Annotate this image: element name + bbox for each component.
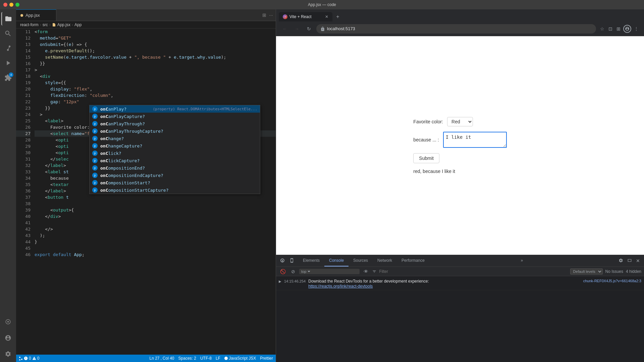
devtools-tab-sources-label: Sources — [353, 258, 368, 263]
autocomplete-item-onCanPlayCapture[interactable]: p onCanPlayCapture? — [90, 113, 260, 120]
lock-icon — [320, 26, 325, 31]
browser-tab-vite-react[interactable]: ⚛ Vite + React ✕ — [279, 12, 332, 21]
maximize-button[interactable] — [15, 3, 19, 7]
autocomplete-item-onCompositionEndCapture[interactable]: p onCompositionEndCapture? — [90, 172, 260, 179]
activity-icon-files[interactable] — [1, 12, 15, 25]
code-line-40: </div> — [35, 213, 276, 220]
devtools-tab-performance[interactable]: Performance — [397, 255, 429, 266]
code-line-14: e.preventDefault(); — [35, 48, 276, 54]
activity-icon-remote[interactable] — [1, 315, 15, 328]
devtools-tab-console[interactable]: Console — [324, 255, 348, 266]
autocomplete-item-onClick[interactable]: p onClick? — [90, 149, 260, 157]
devtools-device-mode-button[interactable] — [288, 257, 296, 265]
devtools-tab-network[interactable]: Network — [373, 255, 397, 266]
activity-icon-account[interactable] — [1, 331, 15, 345]
breadcrumb-src[interactable]: src — [43, 22, 48, 27]
devtools-tab-console-label: Console — [329, 258, 344, 263]
activity-icon-extensions[interactable]: 4 — [1, 71, 15, 84]
code-line-20: display: "flex", — [35, 86, 276, 92]
code-line-37: <button t — [35, 194, 276, 200]
code-line-46: export default App; — [35, 251, 276, 258]
devtools-inspect-button[interactable] — [279, 257, 286, 265]
url-bar[interactable]: localhost:5173 — [316, 24, 596, 34]
browser-tab-close[interactable]: ✕ — [325, 14, 328, 19]
autocomplete-property-icon: p — [92, 158, 98, 163]
cast-button[interactable]: ⊡ — [607, 25, 614, 33]
log-levels-select[interactable]: Default levels — [570, 268, 603, 275]
autocomplete-item-onCanPlayThrough[interactable]: p onCanPlayThrough? — [90, 120, 260, 127]
autocomplete-item-onCompositionEnd[interactable]: p onCompositionEnd? — [90, 164, 260, 172]
bookmark-button[interactable]: ☆ — [599, 25, 606, 33]
devtools-tab-sources[interactable]: Sources — [348, 255, 373, 266]
devtools-close-button[interactable]: ✕ — [635, 257, 641, 265]
devtools-tab-elements[interactable]: Elements — [298, 255, 324, 266]
activity-icon-run[interactable] — [1, 56, 15, 70]
traffic-lights — [3, 3, 19, 7]
status-git-branch[interactable]: 0 0 — [19, 356, 39, 361]
split-editor-button[interactable]: ⊞ — [262, 12, 266, 18]
console-filter-toggle[interactable]: ⊘ — [290, 267, 297, 276]
autocomplete-item-onCompositionStart[interactable]: p onCompositionStart? — [90, 179, 260, 186]
more-actions-button[interactable]: ··· — [269, 12, 273, 18]
console-filter-input[interactable] — [379, 269, 567, 274]
form-textarea-why[interactable]: I like it — [443, 132, 507, 148]
autocomplete-item-onCanPlay[interactable]: p onCanPlay? (property) React.DOMAttribu… — [90, 105, 260, 113]
breadcrumb-app[interactable]: App — [74, 22, 82, 27]
devtools-dock-button[interactable] — [626, 257, 633, 265]
console-message-link[interactable]: https://reactjs.org/link/react-devtools — [308, 284, 373, 289]
code-line-22: gap: "12px" — [35, 99, 276, 105]
editor-tab-bar: App.jsx ⊞ ··· — [16, 9, 276, 21]
minimize-button[interactable] — [9, 3, 13, 7]
form-row-because: because ... : I like it — [413, 132, 506, 148]
status-position[interactable]: Ln 27, Col 40 — [149, 356, 174, 361]
title-bar: App.jsx — code — [0, 0, 644, 9]
autocomplete-item-onChange[interactable]: p onChange? — [90, 135, 260, 142]
devtools-console-content: ▶ 14:15:46.254 Download the React DevToo… — [276, 276, 644, 362]
reload-button[interactable]: ↻ — [304, 24, 314, 34]
autocomplete-name: onCompositionEndCapture? — [100, 173, 163, 178]
autocomplete-item-onCanPlayThroughCapture[interactable]: p onCanPlayThroughCapture? — [90, 127, 260, 135]
autocomplete-item-onChangeCapture[interactable]: p onChangeCapture? — [90, 142, 260, 149]
activity-icon-source-control[interactable] — [1, 42, 15, 55]
devtools-console-toolbar: 🚫 ⊘ top 👁 Default levels — [276, 267, 644, 276]
forward-button[interactable]: → — [292, 24, 302, 34]
form-select-color[interactable]: Red Blue Green — [447, 117, 473, 126]
language-icon — [224, 357, 228, 360]
breadcrumb-react-form[interactable]: react-form — [20, 22, 39, 27]
status-eol[interactable]: LF — [216, 356, 220, 361]
submit-button[interactable]: Submit — [413, 153, 439, 163]
editor-tab-appjsx[interactable]: App.jsx — [16, 9, 56, 21]
devtools-settings-button[interactable] — [617, 257, 625, 265]
browser-viewport: Favorite color: Red Blue Green because .… — [276, 36, 644, 362]
browser-favicon: ⚛ — [283, 14, 287, 19]
activity-icon-search[interactable] — [1, 27, 15, 40]
autocomplete-property-icon: p — [92, 128, 98, 134]
app-form: Favorite color: Red Blue Green because .… — [413, 117, 506, 174]
tab-dirty-icon — [20, 14, 23, 17]
console-source[interactable]: chunk-REF0X4J5.js?v=661468a2:3 — [583, 279, 641, 283]
status-formatter[interactable]: Prettier — [260, 356, 273, 361]
code-line-12: method="GET" — [35, 35, 276, 41]
status-encoding[interactable]: UTF-8 — [200, 356, 212, 361]
autocomplete-property-icon: p — [92, 136, 98, 141]
devtools-panel: Elements Console Sources Network — [276, 255, 644, 362]
status-language[interactable]: JavaScript JSX — [224, 356, 256, 361]
breadcrumb-appjsx[interactable]: App.jsx — [57, 22, 70, 27]
devtools-more-tabs-button[interactable]: » — [516, 255, 528, 266]
back-button[interactable]: ← — [280, 24, 289, 34]
screen-capture-button[interactable]: ⊞ — [615, 25, 622, 33]
autocomplete-item-onCompositionStartCapture[interactable]: p onCompositionStartCapture? — [90, 186, 260, 194]
autocomplete-item-onClickCapture[interactable]: p onClickCapture? — [90, 157, 260, 164]
profile-button[interactable] — [623, 25, 631, 33]
status-spaces[interactable]: Spaces: 2 — [178, 356, 196, 361]
console-eye-button[interactable]: 👁 — [362, 267, 370, 276]
console-clear-button[interactable]: 🚫 — [279, 267, 287, 276]
expand-arrow[interactable]: ▶ — [279, 279, 281, 283]
close-button[interactable] — [3, 3, 7, 7]
activity-icon-settings[interactable] — [1, 347, 15, 361]
code-line-42: </> — [35, 226, 276, 232]
new-tab-button[interactable]: + — [333, 12, 342, 21]
chrome-menu-button[interactable]: ⋮ — [633, 25, 640, 33]
file-icon — [52, 23, 56, 27]
browser-panel: ⚛ Vite + React ✕ + ← → ↻ localhost: — [276, 9, 644, 362]
